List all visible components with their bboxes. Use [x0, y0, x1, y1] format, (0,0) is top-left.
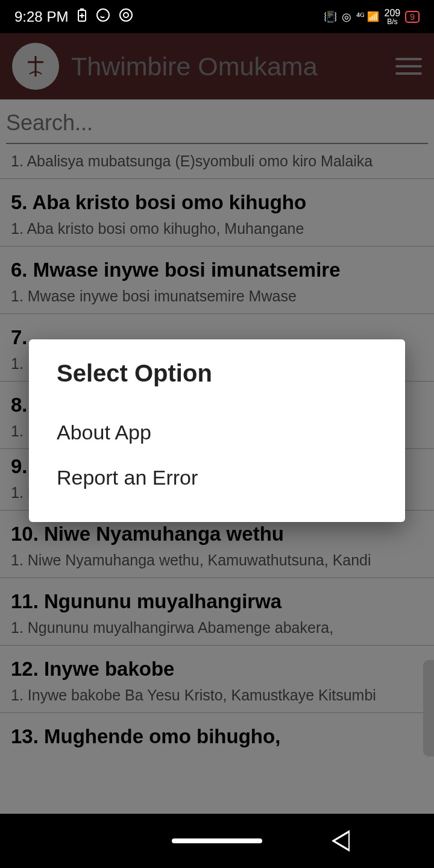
song-snippet[interactable]: 1. Abalisya mubatsunga (E)syombuli omo k…	[0, 149, 434, 179]
svg-point-6	[124, 13, 128, 17]
dialog-title: Select Option	[57, 360, 377, 387]
menu-button[interactable]	[395, 55, 422, 77]
song-title: 6. Mwase inywe bosi imunatsemire	[11, 259, 423, 281]
svg-point-5	[120, 9, 132, 21]
song-title: 12. Inywe bakobe	[11, 658, 423, 681]
vibrate-icon: 📳	[324, 10, 337, 24]
song-item[interactable]: 13. Mughende omo bihugho,	[0, 713, 434, 763]
song-title: 13. Mughende omo bihugho,	[11, 725, 423, 748]
song-title: 11. Ngununu muyalhangirwa	[11, 590, 423, 613]
options-dialog: Select Option About App Report an Error	[29, 339, 405, 522]
home-indicator[interactable]	[172, 838, 262, 843]
battery-saver-icon	[77, 8, 87, 26]
song-item[interactable]: 5. Aba kristo bosi omo kihugho 1. Aba kr…	[0, 179, 434, 247]
app-header: Thwimbire Omukama	[0, 33, 434, 99]
song-subtitle: 1. Inywe bakobe Ba Yesu Kristo, Kamustka…	[11, 687, 423, 704]
song-title: 5. Aba kristo bosi omo kihugho	[11, 191, 423, 214]
song-subtitle: 1. Aba kristo bosi omo kihugho, Muhangan…	[11, 220, 423, 237]
scroll-indicator[interactable]	[423, 660, 434, 756]
status-right: 📳 ◎ ⁴ᴳ 📶 209 B/s 9	[324, 8, 420, 25]
back-button[interactable]	[332, 830, 350, 852]
svg-point-4	[97, 9, 109, 21]
song-item[interactable]: 11. Ngununu muyalhangirwa 1. Ngununu muy…	[0, 578, 434, 646]
status-left: 9:28 PM	[14, 8, 133, 26]
song-item[interactable]: 6. Mwase inywe bosi imunatsemire 1. Mwas…	[0, 247, 434, 314]
app-logo[interactable]	[12, 43, 59, 90]
nav-bar	[0, 814, 434, 868]
song-subtitle: 1. Niwe Nyamuhanga wethu, Kamuwathutsuna…	[11, 552, 423, 569]
song-title: 10. Niwe Nyamuhanga wethu	[11, 523, 423, 546]
hotspot-icon: ◎	[342, 10, 351, 24]
status-bar: 9:28 PM 📳 ◎ ⁴ᴳ 📶 209 B/s 9	[0, 0, 434, 33]
signal-icon: ⁴ᴳ 📶	[356, 11, 379, 22]
song-subtitle: 1. Mwase inywe bosi imunatsemire Mwase	[11, 288, 423, 305]
battery-icon: 9	[405, 11, 420, 23]
status-time: 9:28 PM	[14, 8, 68, 25]
search-area	[0, 99, 434, 149]
option-report-error[interactable]: Report an Error	[57, 455, 377, 500]
app-title: Thwimbire Omukama	[71, 52, 383, 81]
whatsapp-icon	[96, 8, 110, 26]
song-subtitle: 1. Ngununu muyalhangirwa Abamenge abaker…	[11, 619, 423, 637]
song-item[interactable]: 12. Inywe bakobe 1. Inywe bakobe Ba Yesu…	[0, 646, 434, 713]
sync-icon	[119, 8, 133, 26]
option-about-app[interactable]: About App	[57, 410, 377, 455]
search-input[interactable]	[6, 108, 428, 144]
network-speed: 209 B/s	[385, 8, 401, 25]
